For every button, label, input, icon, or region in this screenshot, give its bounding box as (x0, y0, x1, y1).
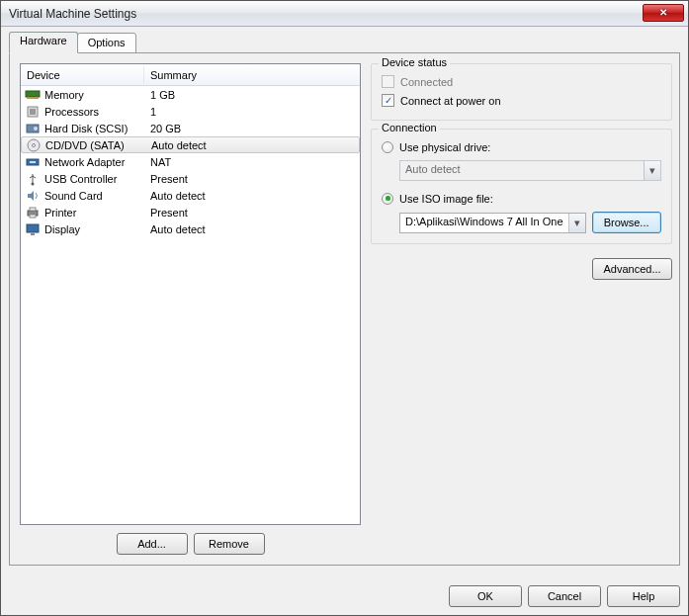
titlebar[interactable]: Virtual Machine Settings ✕ (1, 1, 688, 27)
device-summary: Present (144, 173, 360, 185)
device-row-sound[interactable]: Sound CardAuto detect (21, 187, 360, 204)
use-physical-row[interactable]: Use physical drive: (382, 137, 661, 156)
svg-rect-12 (30, 208, 36, 211)
device-name: Sound Card (44, 190, 103, 202)
window-title: Virtual Machine Settings (9, 7, 643, 21)
device-row-cd[interactable]: CD/DVD (SATA)Auto detect (21, 136, 360, 153)
remove-button[interactable]: Remove (194, 533, 265, 555)
connected-checkbox (382, 75, 394, 88)
iso-value: D:\Aplikasi\Windows 7 All In One (400, 214, 568, 232)
tabpanel-hardware: Device Summary Memory1 GBProcessors1Hard… (9, 52, 680, 566)
device-row-display[interactable]: DisplayAuto detect (21, 220, 360, 237)
device-name: Printer (44, 207, 76, 219)
use-physical-radio[interactable] (382, 141, 393, 153)
device-status-group: Device status Connected ✓ Connect at pow… (371, 63, 672, 121)
svg-rect-13 (30, 215, 36, 218)
device-name: CD/DVD (SATA) (45, 139, 125, 151)
memory-icon (25, 88, 41, 102)
tab-hardware[interactable]: Hardware (9, 32, 78, 53)
device-name: Memory (44, 89, 84, 101)
right-column: Device status Connected ✓ Connect at pow… (371, 63, 672, 555)
device-name: Display (44, 223, 80, 235)
help-button[interactable]: Help (607, 585, 680, 607)
physical-drive-combo: Auto detect ▾ (399, 160, 661, 181)
dialog-buttons: OK Cancel Help (449, 585, 680, 607)
chevron-down-icon: ▾ (644, 161, 660, 180)
svg-point-7 (33, 143, 36, 146)
device-name: Processors (44, 106, 99, 118)
device-row-usb[interactable]: USB ControllerPresent (21, 170, 360, 187)
cancel-button[interactable]: Cancel (528, 585, 601, 607)
device-summary: Auto detect (145, 139, 359, 151)
power-on-checkbox[interactable]: ✓ (382, 94, 394, 107)
connection-legend: Connection (379, 122, 440, 133)
tab-options[interactable]: Options (77, 33, 136, 53)
add-button[interactable]: Add... (117, 533, 188, 555)
device-row-hdd[interactable]: Hard Disk (SCSI)20 GB (21, 120, 360, 136)
iso-row: D:\Aplikasi\Windows 7 All In One ▾ Brows… (399, 212, 661, 233)
device-summary: Auto detect (144, 190, 360, 202)
device-summary: NAT (144, 156, 360, 168)
close-icon: ✕ (659, 8, 667, 18)
use-iso-label: Use ISO image file: (399, 193, 493, 205)
device-summary: Auto detect (144, 223, 360, 235)
header-summary[interactable]: Summary (144, 66, 360, 84)
display-icon (25, 222, 41, 236)
physical-drive-value: Auto detect (400, 161, 644, 180)
close-button[interactable]: ✕ (643, 4, 684, 22)
device-summary: 1 GB (144, 89, 360, 101)
cd-icon (26, 138, 42, 152)
device-row-cpu[interactable]: Processors1 (21, 103, 360, 120)
device-list[interactable]: Device Summary Memory1 GBProcessors1Hard… (20, 63, 361, 525)
svg-rect-1 (27, 97, 39, 99)
device-summary: 1 (144, 106, 360, 118)
vm-settings-window: Virtual Machine Settings ✕ Hardware Opti… (0, 0, 689, 616)
svg-rect-15 (31, 233, 35, 235)
svg-rect-3 (30, 109, 36, 115)
svg-rect-0 (26, 91, 40, 97)
chevron-down-icon[interactable]: ▾ (568, 214, 585, 232)
device-summary: Present (144, 207, 360, 219)
left-column: Device Summary Memory1 GBProcessors1Hard… (20, 63, 361, 555)
printer-icon (25, 206, 41, 220)
physical-drive-indent: Auto detect ▾ (399, 160, 661, 181)
device-row-printer[interactable]: PrinterPresent (21, 204, 360, 220)
use-iso-row[interactable]: Use ISO image file: (382, 189, 661, 208)
tabstrip: Hardware Options (9, 33, 680, 53)
device-summary: 20 GB (144, 123, 360, 134)
hdd-icon (25, 122, 41, 135)
browse-button[interactable]: Browse... (592, 212, 661, 233)
header-device[interactable]: Device (21, 66, 144, 84)
usb-icon (25, 172, 41, 186)
use-physical-label: Use physical drive: (399, 141, 490, 153)
advanced-button[interactable]: Advanced... (592, 258, 671, 280)
device-list-header[interactable]: Device Summary (21, 64, 360, 86)
device-name: USB Controller (44, 173, 117, 185)
svg-rect-9 (30, 161, 36, 163)
power-on-label: Connect at power on (400, 95, 501, 107)
connection-group: Connection Use physical drive: Auto dete… (371, 129, 672, 244)
connected-row: Connected (382, 72, 661, 91)
iso-combo[interactable]: D:\Aplikasi\Windows 7 All In One ▾ (399, 213, 586, 233)
power-on-row[interactable]: ✓ Connect at power on (382, 91, 661, 110)
svg-point-5 (34, 127, 38, 131)
device-row-net[interactable]: Network AdapterNAT (21, 153, 360, 170)
device-name: Network Adapter (44, 156, 125, 168)
ok-button[interactable]: OK (449, 585, 522, 607)
device-row-memory[interactable]: Memory1 GB (21, 86, 360, 103)
advanced-row: Advanced... (371, 258, 672, 280)
device-status-legend: Device status (379, 56, 450, 68)
device-buttons: Add... Remove (20, 525, 361, 555)
device-name: Hard Disk (SCSI) (44, 123, 128, 134)
cpu-icon (25, 105, 41, 119)
use-iso-radio[interactable] (382, 193, 393, 205)
svg-point-10 (32, 182, 35, 185)
svg-rect-14 (27, 224, 39, 232)
connected-label: Connected (400, 76, 453, 88)
client-area: Hardware Options Device Summary Memory1 … (9, 33, 680, 607)
net-icon (25, 155, 41, 169)
sound-icon (25, 189, 41, 203)
